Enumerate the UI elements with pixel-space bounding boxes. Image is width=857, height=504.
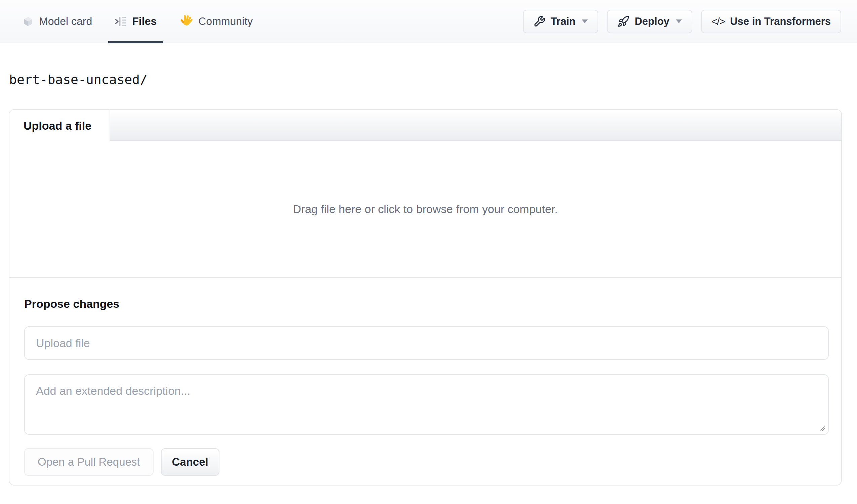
tab-upload-a-file[interactable]: Upload a file bbox=[10, 110, 110, 141]
deploy-button-label: Deploy bbox=[635, 15, 669, 28]
propose-actions-row: Open a Pull Request Cancel bbox=[24, 448, 826, 476]
open-pull-request-button[interactable]: Open a Pull Request bbox=[24, 448, 154, 476]
train-button-label: Train bbox=[551, 15, 575, 28]
active-tab-underline bbox=[108, 41, 163, 43]
cancel-button[interactable]: Cancel bbox=[161, 448, 219, 476]
tab-model-card[interactable]: Model card bbox=[16, 0, 99, 43]
repo-action-buttons: Train Deploy </> Use in Transformers bbox=[523, 10, 841, 33]
use-in-transformers-button[interactable]: </> Use in Transformers bbox=[701, 10, 841, 33]
use-in-transformers-label: Use in Transformers bbox=[730, 15, 831, 28]
chevron-down-icon bbox=[582, 19, 588, 23]
dropzone-hint-text: Drag file here or click to browse from y… bbox=[293, 203, 558, 216]
train-button[interactable]: Train bbox=[523, 10, 598, 33]
propose-changes-heading: Propose changes bbox=[24, 297, 826, 311]
tab-community-label: Community bbox=[198, 15, 253, 28]
waving-hand-emoji bbox=[180, 15, 193, 28]
chevron-down-icon bbox=[676, 19, 682, 23]
cube-icon bbox=[22, 16, 34, 27]
resize-grip-icon[interactable] bbox=[819, 425, 826, 432]
wrench-icon bbox=[533, 15, 545, 28]
rocket-icon bbox=[617, 15, 629, 28]
repo-nav-tabs: Model card Files bbox=[16, 0, 259, 43]
description-field-wrap bbox=[24, 374, 829, 435]
code-icon: </> bbox=[711, 16, 725, 27]
breadcrumb[interactable]: bert-base-uncased/ bbox=[9, 72, 148, 87]
repo-nav-bar: Model card Files bbox=[0, 0, 857, 43]
file-tree-icon bbox=[115, 16, 127, 27]
tab-community[interactable]: Community bbox=[173, 0, 259, 43]
deploy-button[interactable]: Deploy bbox=[607, 10, 692, 33]
tab-model-card-label: Model card bbox=[39, 15, 92, 28]
upload-card: Upload a file Drag file here or click to… bbox=[9, 109, 842, 486]
tab-files-label: Files bbox=[132, 15, 157, 28]
upload-file-input[interactable] bbox=[24, 326, 829, 360]
upload-card-tabbar: Upload a file bbox=[10, 110, 841, 141]
propose-changes-section: Propose changes Open a Pull Request Canc… bbox=[10, 277, 841, 476]
tab-files[interactable]: Files bbox=[108, 0, 163, 43]
file-dropzone[interactable]: Drag file here or click to browse from y… bbox=[10, 141, 841, 277]
extended-description-textarea[interactable] bbox=[24, 374, 829, 435]
